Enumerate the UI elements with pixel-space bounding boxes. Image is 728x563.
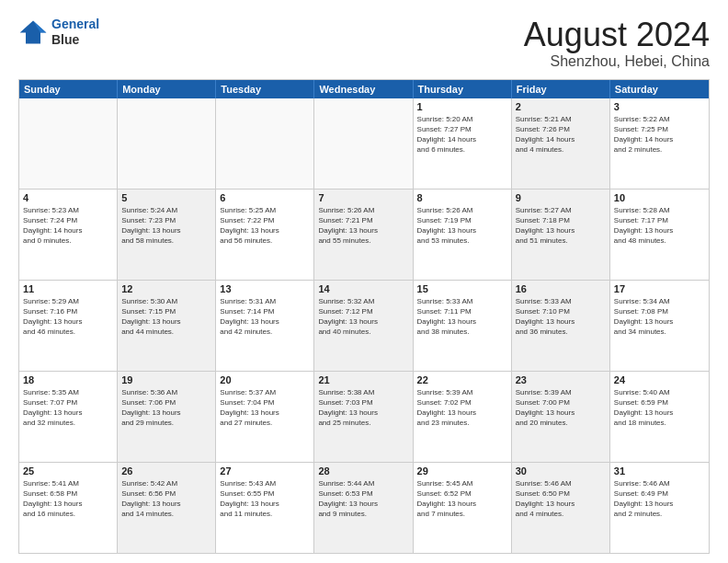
calendar-week-5: 25Sunrise: 5:41 AM Sunset: 6:58 PM Dayli… <box>19 463 709 553</box>
logo: General Blue <box>18 17 99 48</box>
cell-details: Sunrise: 5:26 AM Sunset: 7:19 PM Dayligh… <box>417 205 507 247</box>
day-number: 11 <box>23 283 113 294</box>
day-number: 10 <box>614 192 705 203</box>
cell-details: Sunrise: 5:33 AM Sunset: 7:10 PM Dayligh… <box>516 296 606 338</box>
day-number: 30 <box>516 465 606 477</box>
calendar-cell-3: 3Sunrise: 5:22 AM Sunset: 7:25 PM Daylig… <box>610 98 709 189</box>
cell-details: Sunrise: 5:31 AM Sunset: 7:14 PM Dayligh… <box>220 296 310 338</box>
day-number: 23 <box>516 374 606 385</box>
calendar-cell-26: 26Sunrise: 5:42 AM Sunset: 6:56 PM Dayli… <box>118 463 216 553</box>
cell-details: Sunrise: 5:26 AM Sunset: 7:21 PM Dayligh… <box>318 205 408 247</box>
day-number: 17 <box>614 283 705 294</box>
calendar-cell-25: 25Sunrise: 5:41 AM Sunset: 6:58 PM Dayli… <box>19 463 118 553</box>
day-number: 29 <box>417 465 507 477</box>
cell-details: Sunrise: 5:39 AM Sunset: 7:02 PM Dayligh… <box>417 387 507 429</box>
day-number: 15 <box>417 283 507 294</box>
calendar-header: SundayMondayTuesdayWednesdayThursdayFrid… <box>19 80 709 98</box>
cell-details: Sunrise: 5:32 AM Sunset: 7:12 PM Dayligh… <box>318 296 408 338</box>
cell-details: Sunrise: 5:37 AM Sunset: 7:04 PM Dayligh… <box>220 387 310 429</box>
day-number: 6 <box>220 192 310 203</box>
calendar-cell-5: 5Sunrise: 5:24 AM Sunset: 7:23 PM Daylig… <box>118 190 216 280</box>
calendar-cell-10: 10Sunrise: 5:28 AM Sunset: 7:17 PM Dayli… <box>610 190 709 280</box>
weekday-header-monday: Monday <box>118 80 216 98</box>
cell-details: Sunrise: 5:27 AM Sunset: 7:18 PM Dayligh… <box>516 205 606 247</box>
day-number: 26 <box>121 465 211 477</box>
cell-details: Sunrise: 5:45 AM Sunset: 6:52 PM Dayligh… <box>417 478 507 520</box>
cell-details: Sunrise: 5:25 AM Sunset: 7:22 PM Dayligh… <box>220 205 310 247</box>
calendar-cell-20: 20Sunrise: 5:37 AM Sunset: 7:04 PM Dayli… <box>216 372 314 462</box>
cell-details: Sunrise: 5:38 AM Sunset: 7:03 PM Dayligh… <box>318 387 408 429</box>
day-number: 3 <box>614 101 705 112</box>
weekday-header-tuesday: Tuesday <box>216 80 314 98</box>
logo-text: General Blue <box>51 17 99 48</box>
day-number: 13 <box>220 283 310 294</box>
cell-details: Sunrise: 5:28 AM Sunset: 7:17 PM Dayligh… <box>614 205 705 247</box>
calendar-cell-27: 27Sunrise: 5:43 AM Sunset: 6:55 PM Dayli… <box>216 463 314 553</box>
weekday-header-saturday: Saturday <box>610 80 709 98</box>
cell-details: Sunrise: 5:34 AM Sunset: 7:08 PM Dayligh… <box>614 296 705 338</box>
calendar-cell-17: 17Sunrise: 5:34 AM Sunset: 7:08 PM Dayli… <box>610 281 709 371</box>
cell-details: Sunrise: 5:23 AM Sunset: 7:24 PM Dayligh… <box>23 205 113 247</box>
calendar-cell-14: 14Sunrise: 5:32 AM Sunset: 7:12 PM Dayli… <box>314 281 413 371</box>
header: General Blue August 2024 Shenzhou, Hebei… <box>18 17 710 70</box>
day-number: 18 <box>23 374 113 385</box>
calendar-cell-28: 28Sunrise: 5:44 AM Sunset: 6:53 PM Dayli… <box>314 463 413 553</box>
day-number: 24 <box>614 374 705 385</box>
day-number: 21 <box>318 374 408 385</box>
calendar-cell-2: 2Sunrise: 5:21 AM Sunset: 7:26 PM Daylig… <box>512 98 610 189</box>
day-number: 22 <box>417 374 507 385</box>
cell-details: Sunrise: 5:36 AM Sunset: 7:06 PM Dayligh… <box>121 387 211 429</box>
calendar-cell-29: 29Sunrise: 5:45 AM Sunset: 6:52 PM Dayli… <box>414 463 512 553</box>
day-number: 19 <box>121 374 211 385</box>
calendar-cell-empty <box>314 98 413 189</box>
day-number: 27 <box>220 465 310 477</box>
calendar: SundayMondayTuesdayWednesdayThursdayFrid… <box>18 79 710 554</box>
day-number: 14 <box>318 283 408 294</box>
calendar-cell-16: 16Sunrise: 5:33 AM Sunset: 7:10 PM Dayli… <box>512 281 610 371</box>
day-number: 20 <box>220 374 310 385</box>
calendar-cell-11: 11Sunrise: 5:29 AM Sunset: 7:16 PM Dayli… <box>19 281 118 371</box>
calendar-cell-empty <box>118 98 216 189</box>
day-number: 28 <box>318 465 408 477</box>
page: General Blue August 2024 Shenzhou, Hebei… <box>0 0 728 563</box>
cell-details: Sunrise: 5:40 AM Sunset: 6:59 PM Dayligh… <box>614 387 705 429</box>
calendar-body: 1Sunrise: 5:20 AM Sunset: 7:27 PM Daylig… <box>19 98 709 553</box>
calendar-cell-empty <box>216 98 314 189</box>
calendar-cell-24: 24Sunrise: 5:40 AM Sunset: 6:59 PM Dayli… <box>610 372 709 462</box>
calendar-cell-4: 4Sunrise: 5:23 AM Sunset: 7:24 PM Daylig… <box>19 190 118 280</box>
calendar-week-1: 1Sunrise: 5:20 AM Sunset: 7:27 PM Daylig… <box>19 98 709 190</box>
day-number: 25 <box>23 465 113 477</box>
cell-details: Sunrise: 5:21 AM Sunset: 7:26 PM Dayligh… <box>516 114 606 155</box>
calendar-cell-1: 1Sunrise: 5:20 AM Sunset: 7:27 PM Daylig… <box>414 98 512 189</box>
cell-details: Sunrise: 5:43 AM Sunset: 6:55 PM Dayligh… <box>220 478 310 520</box>
calendar-cell-30: 30Sunrise: 5:46 AM Sunset: 6:50 PM Dayli… <box>512 463 610 553</box>
weekday-header-sunday: Sunday <box>19 80 118 98</box>
calendar-cell-23: 23Sunrise: 5:39 AM Sunset: 7:00 PM Dayli… <box>512 372 610 462</box>
calendar-cell-6: 6Sunrise: 5:25 AM Sunset: 7:22 PM Daylig… <box>216 190 314 280</box>
cell-details: Sunrise: 5:39 AM Sunset: 7:00 PM Dayligh… <box>516 387 606 429</box>
day-number: 12 <box>121 283 211 294</box>
day-number: 31 <box>614 465 705 477</box>
calendar-cell-15: 15Sunrise: 5:33 AM Sunset: 7:11 PM Dayli… <box>414 281 512 371</box>
cell-details: Sunrise: 5:24 AM Sunset: 7:23 PM Dayligh… <box>121 205 211 247</box>
cell-details: Sunrise: 5:42 AM Sunset: 6:56 PM Dayligh… <box>121 478 211 520</box>
calendar-week-4: 18Sunrise: 5:35 AM Sunset: 7:07 PM Dayli… <box>19 372 709 463</box>
cell-details: Sunrise: 5:46 AM Sunset: 6:49 PM Dayligh… <box>614 478 705 520</box>
day-number: 16 <box>516 283 606 294</box>
calendar-cell-22: 22Sunrise: 5:39 AM Sunset: 7:02 PM Dayli… <box>414 372 512 462</box>
calendar-cell-9: 9Sunrise: 5:27 AM Sunset: 7:18 PM Daylig… <box>512 190 610 280</box>
weekday-header-friday: Friday <box>512 80 610 98</box>
main-title: August 2024 <box>524 17 710 53</box>
day-number: 8 <box>417 192 507 203</box>
calendar-week-2: 4Sunrise: 5:23 AM Sunset: 7:24 PM Daylig… <box>19 190 709 281</box>
day-number: 5 <box>121 192 211 203</box>
day-number: 4 <box>23 192 113 203</box>
calendar-week-3: 11Sunrise: 5:29 AM Sunset: 7:16 PM Dayli… <box>19 281 709 372</box>
calendar-cell-31: 31Sunrise: 5:46 AM Sunset: 6:49 PM Dayli… <box>610 463 709 553</box>
day-number: 7 <box>318 192 408 203</box>
weekday-header-wednesday: Wednesday <box>314 80 413 98</box>
weekday-header-thursday: Thursday <box>414 80 512 98</box>
cell-details: Sunrise: 5:22 AM Sunset: 7:25 PM Dayligh… <box>614 114 705 155</box>
cell-details: Sunrise: 5:46 AM Sunset: 6:50 PM Dayligh… <box>516 478 606 520</box>
calendar-cell-13: 13Sunrise: 5:31 AM Sunset: 7:14 PM Dayli… <box>216 281 314 371</box>
